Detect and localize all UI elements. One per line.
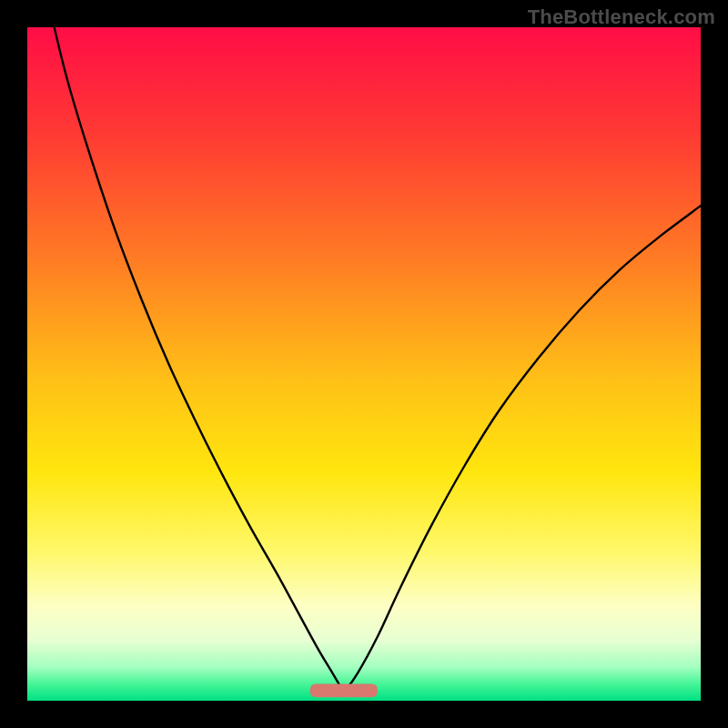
bottom-bar-marker bbox=[310, 684, 378, 698]
chart-frame: TheBottleneck.com bbox=[0, 0, 728, 728]
gradient-background bbox=[27, 27, 701, 701]
watermark-text: TheBottleneck.com bbox=[528, 5, 715, 29]
chart-svg bbox=[27, 27, 701, 701]
chart-plot-area bbox=[27, 27, 701, 701]
